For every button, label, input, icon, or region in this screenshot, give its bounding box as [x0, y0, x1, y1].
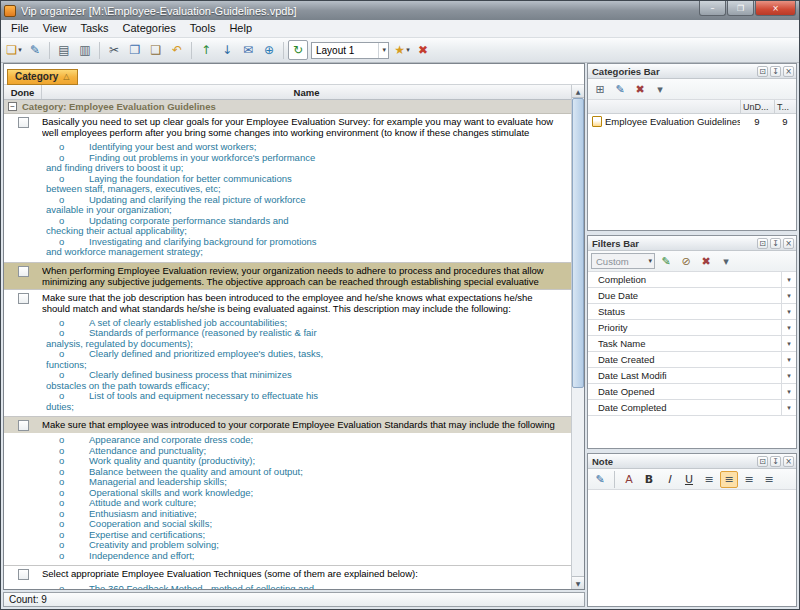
minimize-button[interactable]: –	[699, 1, 726, 16]
font-icon[interactable]: A	[620, 471, 638, 488]
layout-select-dropdown-icon[interactable]: ▾	[378, 43, 386, 58]
print-icon[interactable]: ▤	[54, 40, 74, 60]
categories-column-total[interactable]: T...	[774, 100, 796, 113]
filters-menu-dropdown-icon[interactable]: ▾	[717, 253, 735, 270]
web-icon[interactable]: ⊕	[259, 40, 279, 60]
menu-item-tools[interactable]: Tools	[183, 21, 223, 36]
task-subline: oList of tools and equipment necessary t…	[46, 391, 571, 402]
task-row[interactable]: Make sure that employee was introduced t…	[4, 417, 571, 566]
categories-menu-dropdown-icon[interactable]: ▾	[651, 81, 669, 98]
panel-close-icon[interactable]: ×	[783, 66, 794, 77]
filter-dropdown-icon[interactable]: ▾	[781, 336, 796, 351]
cut-icon[interactable]: ✂	[104, 40, 124, 60]
edit-category-icon[interactable]: ✎	[611, 81, 629, 98]
menu-item-help[interactable]: Help	[222, 21, 259, 36]
filter-row-priority[interactable]: Priority▾	[588, 320, 796, 336]
filter-preset-select[interactable]: Custom ▾	[591, 253, 655, 269]
note-editor[interactable]	[588, 490, 796, 606]
filter-row-task-name[interactable]: Task Name▾	[588, 336, 796, 352]
filter-dropdown-icon[interactable]: ▾	[781, 352, 796, 367]
add-category-icon[interactable]: ⊞	[591, 81, 609, 98]
filter-row-date-created[interactable]: Date Created▾	[588, 352, 796, 368]
filter-row-completion[interactable]: Completion▾	[588, 272, 796, 288]
filter-preset-dropdown-icon[interactable]: ▾	[648, 257, 652, 265]
task-checkbox[interactable]	[18, 266, 29, 277]
filter-row-date-last-modifi[interactable]: Date Last Modifi▾	[588, 368, 796, 384]
task-row[interactable]: Basically you need to set up clear goals…	[4, 114, 571, 263]
filter-row-due-date[interactable]: Due Date▾	[588, 288, 796, 304]
undo-icon[interactable]: ↶	[167, 40, 187, 60]
categories-column-undone[interactable]: UnD...	[740, 100, 774, 113]
filter-dropdown-icon[interactable]: ▾	[781, 368, 796, 383]
task-checkbox[interactable]	[18, 420, 29, 431]
category-list-item[interactable]: Employee Evaluation Guidelines99	[588, 114, 796, 129]
filter-dropdown-icon[interactable]: ▾	[781, 320, 796, 335]
categories-column-name[interactable]	[588, 100, 740, 113]
customize-icon[interactable]: ★▾	[392, 40, 412, 60]
panel-menu-icon[interactable]: ⊡	[757, 456, 768, 467]
align-right-icon[interactable]: ≡	[740, 471, 758, 488]
filter-row-status[interactable]: Status▾	[588, 304, 796, 320]
menu-item-file[interactable]: File	[4, 21, 36, 36]
panel-menu-icon[interactable]: ⊡	[757, 66, 768, 77]
task-checkbox[interactable]	[18, 117, 29, 128]
column-header-name[interactable]: Name	[42, 85, 571, 99]
panel-pin-icon[interactable]: ↧	[770, 456, 781, 467]
edit-note-icon[interactable]: ✎	[591, 471, 609, 488]
align-center-icon[interactable]: ≡	[720, 471, 738, 488]
group-by-category-button[interactable]: Category △	[7, 69, 78, 85]
task-checkbox[interactable]	[18, 293, 29, 304]
panel-pin-icon[interactable]: ↧	[770, 238, 781, 249]
paste-icon[interactable]: ❑	[146, 40, 166, 60]
scrollbar-thumb[interactable]	[572, 98, 584, 388]
panel-close-icon[interactable]: ×	[783, 238, 794, 249]
filter-row-date-completed[interactable]: Date Completed▾	[588, 400, 796, 416]
edit-task-icon[interactable]: ✎	[25, 40, 45, 60]
task-row[interactable]: Select appropriate Employee Evaluation T…	[4, 566, 571, 589]
filter-dropdown-icon[interactable]: ▾	[781, 400, 796, 415]
sync-icon[interactable]: ↻	[288, 40, 308, 60]
menu-item-view[interactable]: View	[36, 21, 74, 36]
collapse-group-icon[interactable]: −	[8, 102, 17, 111]
filter-dropdown-icon[interactable]: ▾	[781, 384, 796, 399]
italic-icon[interactable]: I	[660, 471, 678, 488]
delete-icon[interactable]: ✖	[413, 40, 433, 60]
bullet-marker: o	[46, 174, 89, 185]
panel-pin-icon[interactable]: ↧	[770, 66, 781, 77]
vertical-scrollbar[interactable]: ▲ ▼	[571, 85, 584, 589]
task-checkbox[interactable]	[18, 569, 29, 580]
email-icon[interactable]: ✉	[238, 40, 258, 60]
bullet-list-icon[interactable]: ≡	[760, 471, 778, 488]
new-task-icon[interactable]: ❏▾	[4, 40, 24, 60]
copy-icon[interactable]: ❐	[125, 40, 145, 60]
task-row[interactable]: Make sure that the job description has b…	[4, 290, 571, 418]
filter-dropdown-icon[interactable]: ▾	[781, 272, 796, 287]
move-down-icon[interactable]: ↓	[217, 40, 237, 60]
filter-dropdown-icon[interactable]: ▾	[781, 288, 796, 303]
menu-item-tasks[interactable]: Tasks	[73, 21, 115, 36]
task-text: Basically you need to set up clear goals…	[42, 116, 571, 138]
delete-filter-icon[interactable]: ✖	[697, 253, 715, 270]
maximize-button[interactable]: ❐	[727, 1, 754, 16]
category-group-row[interactable]: − Category: Employee Evaluation Guidelin…	[4, 100, 571, 114]
move-up-icon[interactable]: ↑	[196, 40, 216, 60]
bullet-marker: o	[46, 195, 89, 206]
menu-item-categories[interactable]: Categories	[116, 21, 183, 36]
filter-row-date-opened[interactable]: Date Opened▾	[588, 384, 796, 400]
panel-menu-icon[interactable]: ⊡	[757, 238, 768, 249]
underline-icon[interactable]: U	[680, 471, 698, 488]
bold-icon[interactable]: B	[640, 471, 658, 488]
task-row[interactable]: When performing Employee Evaluation revi…	[4, 263, 571, 290]
layout-select[interactable]: Layout 1▾	[311, 42, 389, 59]
scroll-up-button[interactable]: ▲	[572, 85, 584, 98]
clear-filter-icon[interactable]: ⊘	[677, 253, 695, 270]
scroll-down-button[interactable]: ▼	[572, 576, 584, 589]
delete-category-icon[interactable]: ✖	[631, 81, 649, 98]
edit-filter-icon[interactable]: ✎	[657, 253, 675, 270]
close-button[interactable]: ×	[755, 1, 796, 16]
column-header-done[interactable]: Done	[4, 85, 42, 99]
align-left-icon[interactable]: ≡	[700, 471, 718, 488]
panel-close-icon[interactable]: ×	[783, 456, 794, 467]
filter-dropdown-icon[interactable]: ▾	[781, 304, 796, 319]
print-preview-icon[interactable]: ▥	[75, 40, 95, 60]
